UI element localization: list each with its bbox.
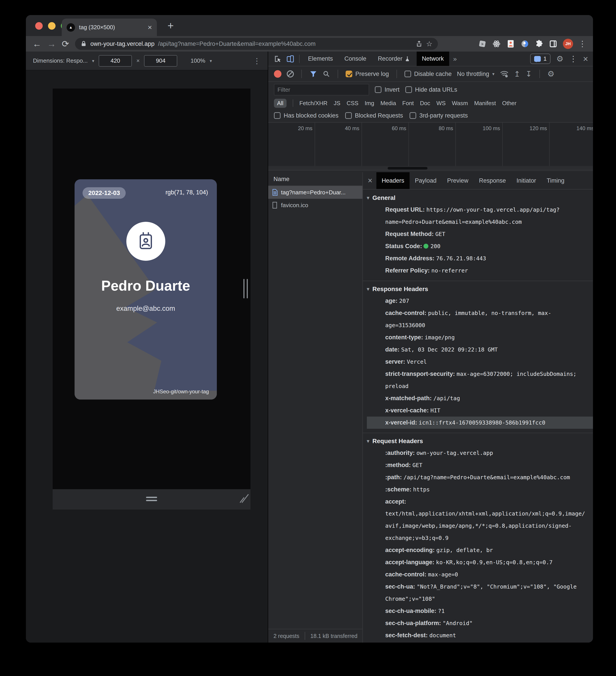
- back-icon[interactable]: ←: [33, 40, 41, 48]
- filter-chip-js[interactable]: JS: [334, 100, 340, 107]
- filter-input[interactable]: [274, 84, 369, 96]
- third-party-requests-checkbox[interactable]: [410, 112, 416, 119]
- tab-recorder[interactable]: Recorder: [373, 52, 416, 66]
- tab-timing[interactable]: Timing: [542, 172, 570, 189]
- side-panel-icon[interactable]: [549, 40, 558, 48]
- share-icon[interactable]: [416, 40, 423, 47]
- invert-filter-control[interactable]: Invert: [375, 86, 399, 93]
- card-date-badge: 2022-12-03: [82, 187, 126, 199]
- divider: [301, 70, 302, 78]
- address-bar[interactable]: own-your-tag.vercel.app/api/tag?name=Ped…: [75, 38, 438, 50]
- third-party-requests-control[interactable]: 3rd-party requests: [410, 112, 468, 119]
- filter-funnel-icon[interactable]: [309, 70, 317, 78]
- has-blocked-cookies-control[interactable]: Has blocked cookies: [274, 112, 338, 119]
- filter-chip-font[interactable]: Font: [402, 100, 414, 107]
- close-window-button[interactable]: [35, 22, 43, 30]
- preserve-log-control[interactable]: Preserve log: [346, 71, 389, 77]
- device-viewport: 2022-12-03 rgb(71, 78, 104) Pedro Duarte…: [53, 89, 250, 489]
- request-row-tag[interactable]: tag?name=Pedro+Duar...: [268, 186, 362, 199]
- clear-network-log-icon[interactable]: [287, 70, 294, 77]
- reload-icon[interactable]: ⟳: [62, 40, 69, 48]
- browser-menu-icon[interactable]: ⋮: [578, 40, 587, 48]
- export-har-icon[interactable]: ↧: [526, 70, 532, 78]
- filter-chip-doc[interactable]: Doc: [420, 100, 430, 107]
- viewport-bottom-bar: [53, 489, 250, 510]
- minimize-window-button[interactable]: [48, 22, 56, 30]
- disable-cache-checkbox[interactable]: [405, 71, 411, 77]
- filter-chip-all[interactable]: All: [274, 99, 287, 108]
- hide-data-urls-control[interactable]: Hide data URLs: [405, 86, 457, 93]
- profile-avatar[interactable]: JH: [563, 39, 573, 49]
- issues-counter[interactable]: 1: [530, 54, 551, 64]
- header-row: Request URL: https://own-your-tag.vercel…: [385, 204, 587, 228]
- record-network-log-button[interactable]: [274, 70, 282, 78]
- filter-chip-manifest[interactable]: Manifest: [474, 100, 496, 107]
- header-row-highlighted[interactable]: x-vercel-id: icn1::frtx4-1670059338980-5…: [367, 416, 593, 429]
- tab-console[interactable]: Console: [339, 52, 372, 66]
- tab-preview[interactable]: Preview: [442, 172, 474, 189]
- network-settings-gear-icon[interactable]: ⚙: [547, 70, 554, 78]
- filter-row: Invert Hide data URLs: [268, 82, 593, 97]
- tab-close-icon[interactable]: ×: [147, 23, 152, 32]
- search-icon[interactable]: [323, 70, 330, 78]
- filter-chip-other[interactable]: Other: [502, 100, 516, 107]
- extension-media-icon[interactable]: [478, 40, 487, 48]
- extension-atom-icon[interactable]: [492, 40, 501, 48]
- header-row: :method: GET: [385, 459, 587, 471]
- hide-data-urls-checkbox[interactable]: [405, 86, 412, 93]
- extensions-puzzle-icon[interactable]: [535, 40, 543, 48]
- header-row: accept-encoding: gzip, deflate, br: [385, 544, 587, 556]
- import-har-icon[interactable]: ↥: [514, 70, 520, 78]
- filter-chip-img[interactable]: Img: [365, 100, 374, 107]
- invert-checkbox[interactable]: [375, 86, 381, 93]
- request-list-header[interactable]: Name: [268, 172, 362, 186]
- viewport-resize-handle-corner[interactable]: [239, 493, 247, 505]
- viewport-resize-handle-right[interactable]: [243, 279, 248, 298]
- tab-initiator[interactable]: Initiator: [511, 172, 542, 189]
- devtools-settings-gear-icon[interactable]: ⚙: [556, 55, 563, 63]
- filter-chip-ws[interactable]: WS: [436, 100, 446, 107]
- devtools-close-icon[interactable]: ×: [583, 54, 588, 63]
- viewport-height-input[interactable]: [144, 55, 177, 67]
- new-tab-button[interactable]: +: [168, 19, 174, 32]
- filter-chip-fetch-xhr[interactable]: Fetch/XHR: [299, 100, 327, 107]
- device-toolbar-toggle-icon[interactable]: [285, 55, 296, 63]
- zoom-dropdown[interactable]: 100%: [190, 57, 205, 64]
- filter-chip-css[interactable]: CSS: [347, 100, 358, 107]
- tab-headers[interactable]: Headers: [376, 172, 410, 189]
- forward-icon[interactable]: →: [47, 40, 56, 48]
- viewport-resize-handle-bottom[interactable]: [146, 497, 157, 503]
- issues-bubble-icon: [534, 56, 541, 62]
- devtools-menu-icon[interactable]: ⋮: [569, 55, 577, 63]
- section-header-response[interactable]: ▾ Response Headers: [367, 283, 589, 295]
- dimensions-dropdown[interactable]: Dimensions: Respo...: [33, 57, 87, 64]
- tab-elements[interactable]: Elements: [303, 52, 338, 66]
- extension-profile-icon[interactable]: [506, 40, 515, 48]
- tab-network[interactable]: Network: [417, 52, 449, 66]
- disable-cache-control[interactable]: Disable cache: [405, 71, 452, 77]
- network-conditions-icon[interactable]: [500, 69, 509, 78]
- filter-chip-wasm[interactable]: Wasm: [452, 100, 468, 107]
- card-color-label: rgb(71, 78, 104): [166, 189, 208, 196]
- section-header-request[interactable]: ▾ Request Headers: [367, 435, 589, 447]
- extension-globe-icon[interactable]: [520, 40, 529, 48]
- scrollbar-thumb[interactable]: [388, 167, 428, 170]
- inspect-element-icon[interactable]: [272, 55, 284, 63]
- request-row-favicon[interactable]: favicon.ico: [268, 199, 362, 212]
- has-blocked-cookies-checkbox[interactable]: [274, 112, 281, 119]
- tab-response[interactable]: Response: [474, 172, 511, 189]
- filter-chip-media[interactable]: Media: [380, 100, 396, 107]
- preserve-log-checkbox[interactable]: [346, 71, 352, 77]
- section-header-general[interactable]: ▾ General: [367, 192, 589, 204]
- more-tabs-icon[interactable]: »: [450, 55, 460, 63]
- tab-payload[interactable]: Payload: [410, 172, 442, 189]
- browser-tab[interactable]: ▲ tag (320×500) ×: [62, 18, 157, 36]
- timeline-scrollbar[interactable]: [268, 166, 593, 170]
- blocked-requests-checkbox[interactable]: [345, 112, 352, 119]
- viewport-width-input[interactable]: [99, 55, 132, 67]
- bookmark-star-icon[interactable]: ☆: [426, 40, 433, 48]
- device-toolbar-menu-icon[interactable]: ⋮: [253, 56, 261, 65]
- close-details-icon[interactable]: ×: [364, 176, 376, 185]
- blocked-requests-control[interactable]: Blocked Requests: [345, 112, 403, 119]
- throttling-dropdown[interactable]: No throttling ▾: [457, 71, 495, 77]
